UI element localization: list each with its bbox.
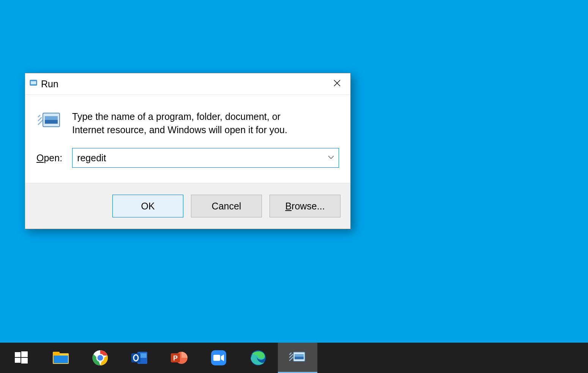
svg-rect-27 — [295, 354, 304, 357]
run-taskbar-icon — [289, 350, 306, 365]
svg-rect-7 — [15, 358, 20, 363]
titlebar[interactable]: Run — [25, 73, 350, 95]
dialog-title: Run — [41, 79, 58, 90]
svg-rect-5 — [15, 352, 20, 357]
taskbar-zoom[interactable] — [199, 343, 238, 373]
open-input[interactable] — [72, 148, 339, 168]
windows-icon — [14, 350, 29, 365]
taskbar: P — [0, 343, 588, 373]
start-button[interactable] — [2, 343, 41, 373]
taskbar-edge[interactable] — [238, 343, 278, 373]
svg-rect-4 — [45, 116, 58, 120]
close-button[interactable] — [324, 73, 350, 94]
run-icon — [29, 79, 38, 89]
browse-button[interactable]: Browse... — [270, 195, 341, 217]
dialog-description: Type the name of a program, folder, docu… — [72, 110, 315, 137]
edge-icon — [250, 349, 266, 366]
cancel-button[interactable]: Cancel — [191, 195, 262, 217]
open-row: Open: — [25, 148, 350, 183]
ok-button[interactable]: OK — [112, 195, 183, 217]
open-label: Open: — [36, 153, 62, 164]
zoom-icon — [210, 349, 227, 366]
close-icon — [333, 78, 341, 90]
taskbar-outlook[interactable] — [120, 343, 159, 373]
chrome-icon — [92, 349, 109, 366]
outlook-icon — [131, 349, 149, 366]
svg-text:P: P — [173, 354, 178, 362]
taskbar-chrome[interactable] — [80, 343, 120, 373]
taskbar-powerpoint[interactable]: P — [159, 343, 199, 373]
file-explorer-icon — [52, 350, 69, 365]
svg-rect-11 — [54, 356, 68, 363]
dialog-body: Type the name of a program, folder, docu… — [25, 95, 350, 148]
powerpoint-icon: P — [170, 349, 188, 366]
run-dialog: Run Type the name of a prog — [25, 73, 351, 229]
svg-rect-6 — [21, 351, 28, 357]
run-large-icon — [36, 110, 63, 137]
dialog-footer: OK Cancel Browse... — [25, 183, 350, 229]
taskbar-file-explorer[interactable] — [41, 343, 80, 373]
svg-rect-1 — [31, 81, 36, 84]
svg-rect-23 — [213, 355, 220, 361]
taskbar-run[interactable] — [278, 343, 317, 373]
svg-rect-8 — [21, 358, 28, 364]
open-combobox[interactable] — [72, 148, 339, 168]
desktop[interactable]: Run Type the name of a prog — [0, 0, 588, 373]
svg-rect-10 — [53, 352, 60, 356]
